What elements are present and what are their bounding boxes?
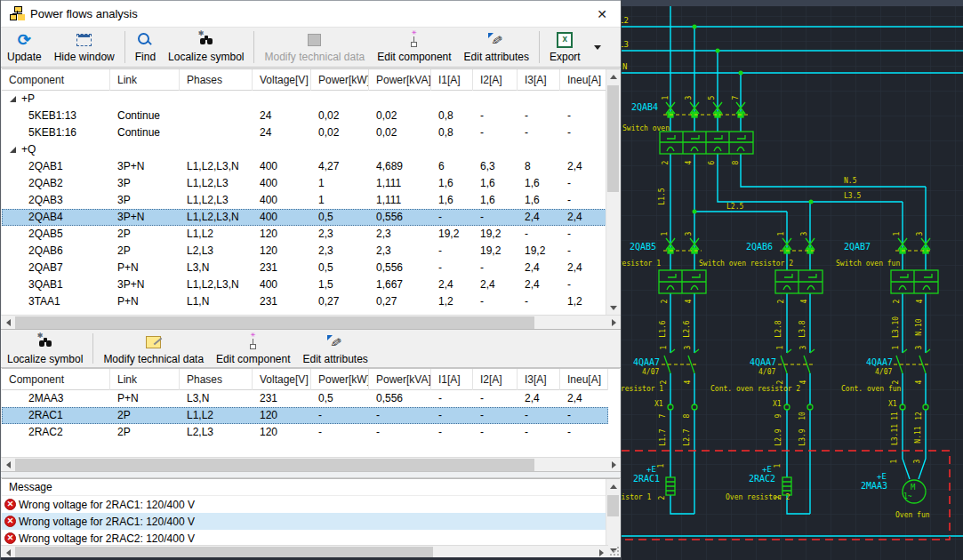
modify-technical-data-button[interactable]: Modify technical data: [97, 330, 210, 367]
scrollbar-thumb[interactable]: [15, 316, 534, 329]
table-cell: P+N: [110, 260, 180, 276]
column-header[interactable]: Power[kW]: [311, 369, 369, 390]
localize-symbol-button[interactable]: Localize symbol: [1, 330, 89, 367]
column-header[interactable]: Voltage[V]: [253, 369, 311, 390]
schematic-label: L2.5: [726, 203, 743, 211]
schematic-label: 4QAA7: [750, 357, 776, 367]
column-header[interactable]: Power[kVA]: [369, 69, 431, 91]
table-cell: [180, 108, 253, 124]
table-row[interactable]: 2QAB13P+NL1,L2,L3,N4004,274,68966,382,4: [2, 158, 608, 175]
export-button[interactable]: Export: [543, 28, 587, 67]
schematic-label: 1: [776, 345, 784, 349]
table-row[interactable]: 3TAA1P+NL1,N2310,270,271,2--1,2: [2, 293, 608, 310]
table-cell: -: [473, 293, 518, 310]
schematic-label: 2: [892, 380, 900, 384]
column-header[interactable]: Link: [110, 69, 180, 91]
table-row[interactable]: 2QAB33PL1,L2,L340011,1111,61,61,6-: [2, 192, 608, 209]
edit-component-button[interactable]: Edit component: [210, 330, 296, 367]
table-cell: 2,4: [518, 276, 560, 293]
scrollbar-thumb[interactable]: [15, 459, 534, 471]
table-cell: 0,556: [369, 390, 431, 407]
button-label: Modify technical data: [264, 51, 365, 63]
table-cell: 0,5: [311, 390, 369, 407]
scroll-left-button[interactable]: [1, 458, 15, 472]
edit-attributes-button[interactable]: Edit attributes: [458, 28, 535, 67]
resize-grip[interactable]: [609, 546, 620, 556]
edit-attributes-button[interactable]: Edit attributes: [297, 330, 374, 367]
column-header[interactable]: I1[A]: [431, 69, 473, 91]
secondary-toolbar: Localize symbol Modify technical data Ed…: [1, 329, 621, 368]
vertical-scrollbar[interactable]: [606, 69, 620, 315]
schematic-label: X1: [654, 400, 663, 408]
table-row[interactable]: 5KEB1:13Continue240,020,020,8---: [2, 108, 608, 124]
scrollbar-thumb[interactable]: [607, 85, 619, 192]
table-cell: Continue: [110, 108, 180, 124]
group-row[interactable]: +P: [2, 91, 608, 108]
group-row[interactable]: +Q: [2, 141, 608, 158]
table-cell: 2,4: [518, 390, 560, 407]
table-row[interactable]: 2RAC12PL1,L2120------: [2, 407, 608, 424]
schematic-label: 10: [798, 412, 807, 420]
horizontal-scrollbar[interactable]: [1, 457, 621, 471]
message-column-header[interactable]: Message: [2, 479, 620, 496]
horizontal-scrollbar[interactable]: [1, 315, 621, 329]
hide-window-button[interactable]: Hide window: [48, 28, 121, 67]
edit-component-button[interactable]: Edit component: [371, 28, 457, 67]
table-row[interactable]: 2QAB7P+NL3,N2310,50,556--2,42,4: [2, 260, 608, 276]
schematic-label: 4/07: [642, 368, 659, 376]
column-header[interactable]: I2[A]: [473, 69, 518, 91]
update-button[interactable]: Update: [1, 28, 48, 67]
column-header[interactable]: Component: [2, 69, 110, 91]
table-cell: L1,L2,L3: [180, 175, 253, 192]
panel-splitter[interactable]: [1, 471, 621, 478]
table-cell: 1: [311, 175, 369, 192]
column-header[interactable]: Ineu[A]: [560, 369, 608, 390]
table-row[interactable]: 3QAB13P+NL1,L2,L3,N4001,51,6672,42,42,4-: [2, 276, 608, 293]
expand-triangle-icon[interactable]: [10, 96, 16, 102]
column-header[interactable]: I3[A]: [518, 369, 560, 390]
column-header[interactable]: I3[A]: [518, 69, 560, 91]
column-header[interactable]: Phases: [180, 69, 253, 91]
table-cell: 120: [253, 226, 311, 243]
title-bar[interactable]: Power flows analysis ✕: [1, 0, 621, 27]
find-button[interactable]: Find: [129, 28, 162, 67]
table-row[interactable]: 5KEB1:16Continue240,020,020,8---: [2, 124, 608, 141]
table-header-row: ComponentLinkPhasesVoltage[V]Power[kW]Po…: [2, 69, 608, 91]
column-header[interactable]: I1[A]: [431, 369, 473, 390]
schematic-label: 1: [892, 345, 900, 349]
column-header[interactable]: Link: [110, 369, 180, 390]
table-cell: 0,8: [431, 124, 473, 141]
column-header[interactable]: Phases: [180, 369, 253, 390]
export-dropdown-caret[interactable]: [594, 45, 601, 50]
schematic-label: L2: [622, 16, 629, 25]
column-header[interactable]: Ineu[A]: [560, 69, 608, 91]
scroll-up-button[interactable]: [606, 479, 621, 493]
table-row[interactable]: 2QAB52PL1,L21202,32,319,219,2--: [2, 226, 608, 243]
scroll-up-button[interactable]: [606, 69, 620, 84]
column-header[interactable]: I2[A]: [473, 369, 518, 390]
schematic-label: Oven fun: [895, 511, 930, 519]
expand-triangle-icon[interactable]: [10, 147, 16, 153]
message-row[interactable]: ✕Wrong voltage for 2RAC1: 120/400 V: [2, 513, 608, 530]
table-row[interactable]: 2MAA3P+NL3,N2310,50,556--2,42,4: [2, 390, 608, 407]
table-row[interactable]: 2QAB23PL1,L2,L340011,1111,61,61,6-: [2, 175, 608, 192]
table-cell: 1,6: [431, 175, 473, 192]
column-header[interactable]: Voltage[V]: [253, 69, 311, 91]
close-button[interactable]: ✕: [590, 5, 614, 23]
schematic-label: Switch oven resistor 2: [699, 260, 793, 268]
scroll-down-button[interactable]: [606, 300, 620, 315]
table-row[interactable]: 2RAC22PL2,L3120------: [2, 424, 608, 441]
column-header[interactable]: Power[kVA]: [369, 369, 431, 390]
table-row[interactable]: 2QAB43P+NL1,L2,L3,N4000,50,556--2,42,4: [2, 209, 608, 226]
table-cell: 2,4: [518, 209, 560, 226]
scroll-left-button[interactable]: [1, 316, 15, 330]
localize-symbol-button[interactable]: Localize symbol: [162, 28, 250, 67]
message-row[interactable]: ✕Wrong voltage for 2RAC1: 120/400 V: [2, 496, 608, 513]
cad-schematic-canvas[interactable]: L2L3N2QAB4Switch ovenN.5L3.5L2.52QAB52QA…: [622, 0, 963, 560]
scroll-right-button[interactable]: [606, 458, 621, 472]
table-row[interactable]: 2QAB62PL2,L31202,32,3-19,219,2-: [2, 243, 608, 260]
column-header[interactable]: Power[kW]: [311, 69, 369, 91]
scroll-right-button[interactable]: [606, 316, 621, 330]
scrollbar-thumb[interactable]: [607, 495, 619, 516]
column-header[interactable]: Component: [2, 369, 110, 390]
